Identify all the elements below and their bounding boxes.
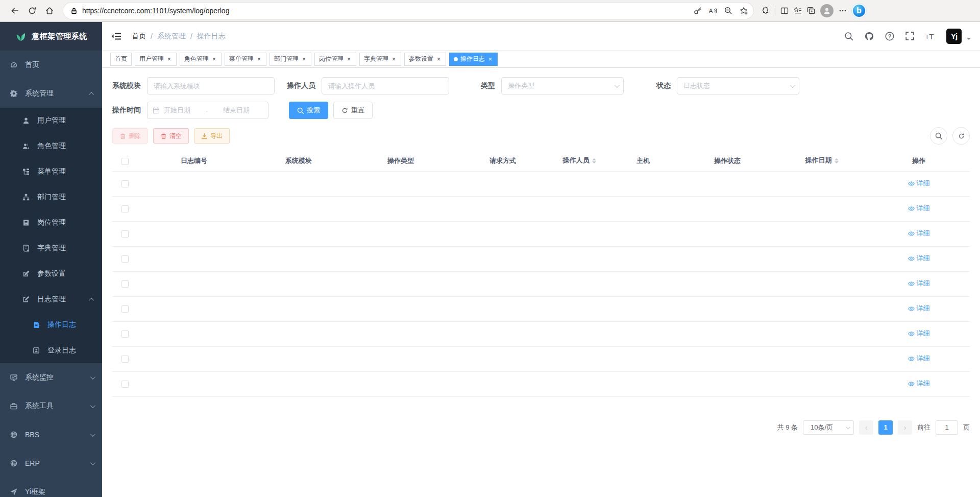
close-tab-icon[interactable]: ×: [436, 56, 442, 63]
back-button[interactable]: [6, 2, 23, 19]
close-tab-icon[interactable]: ×: [256, 56, 262, 63]
delete-button[interactable]: 删除: [112, 128, 148, 144]
sidebar-item-部门管理[interactable]: 部门管理: [0, 184, 102, 210]
site-security-lock-icon[interactable]: [70, 7, 78, 14]
address-bar[interactable]: https://ccnetcore.com:1101/system/log/op…: [63, 3, 753, 19]
bing-chat-icon[interactable]: b: [852, 4, 866, 18]
split-screen-icon[interactable]: [780, 7, 789, 15]
sidebar-item-Yi框架[interactable]: Yi框架: [0, 478, 102, 497]
sidebar-item-日志管理[interactable]: 日志管理: [0, 287, 102, 312]
tab-用户管理[interactable]: 用户管理 ×: [135, 53, 177, 66]
favorite-add-icon[interactable]: [736, 3, 751, 18]
row-checkbox[interactable]: [121, 356, 129, 363]
read-aloud-icon[interactable]: A: [705, 3, 721, 18]
sidebar-item-角色管理[interactable]: 角色管理: [0, 133, 102, 159]
fullscreen-icon[interactable]: [905, 32, 914, 40]
sidebar-item-首页[interactable]: 首页: [0, 51, 102, 79]
sort-icon[interactable]: [592, 156, 596, 165]
sidebar-item-参数设置[interactable]: 参数设置: [0, 261, 102, 287]
zoom-out-icon[interactable]: [721, 3, 736, 18]
tab-字典管理[interactable]: 字典管理 ×: [359, 53, 401, 66]
sidebar-item-登录日志[interactable]: 登录日志: [0, 338, 102, 363]
tab-部门管理[interactable]: 部门管理 ×: [270, 53, 311, 66]
detail-link[interactable]: 详细: [908, 329, 930, 338]
row-checkbox[interactable]: [121, 255, 129, 263]
row-checkbox[interactable]: [121, 305, 129, 313]
row-checkbox[interactable]: [121, 330, 129, 338]
collections-icon[interactable]: [807, 7, 815, 15]
close-tab-icon[interactable]: ×: [211, 56, 217, 63]
home-button[interactable]: [41, 2, 58, 19]
github-icon[interactable]: [865, 32, 874, 41]
show-search-button[interactable]: [930, 127, 947, 145]
profile-icon[interactable]: [820, 4, 834, 17]
detail-link[interactable]: 详细: [908, 204, 930, 213]
more-icon[interactable]: [839, 7, 847, 15]
sidebar-item-BBS[interactable]: BBS: [0, 420, 102, 449]
sidebar-item-系统监控[interactable]: 系统监控: [0, 363, 102, 392]
sidebar-item-ERP[interactable]: ERP: [0, 449, 102, 478]
app-logo[interactable]: 意框架管理系统: [0, 22, 102, 51]
sidebar-item-操作日志[interactable]: 操作日志: [0, 312, 102, 338]
reset-button[interactable]: 重置: [333, 102, 373, 119]
tab-角色管理[interactable]: 角色管理 ×: [180, 53, 222, 66]
close-tab-icon[interactable]: ×: [166, 56, 172, 63]
next-page-button[interactable]: ›: [898, 420, 912, 435]
key-icon[interactable]: [690, 3, 705, 18]
clear-button[interactable]: 清空: [153, 128, 189, 144]
close-tab-icon[interactable]: ×: [301, 56, 307, 63]
row-checkbox[interactable]: [121, 230, 129, 238]
sidebar-fold-icon[interactable]: [111, 31, 122, 42]
detail-link[interactable]: 详细: [908, 304, 930, 313]
row-checkbox[interactable]: [121, 280, 129, 288]
close-tab-icon[interactable]: ×: [487, 56, 493, 63]
tab-参数设置[interactable]: 参数设置 ×: [404, 53, 446, 66]
status-select[interactable]: 日志状态: [677, 77, 799, 94]
column-header-操作人员[interactable]: 操作人员: [551, 151, 607, 171]
favorites-bar-icon[interactable]: [794, 7, 802, 15]
tab-操作日志[interactable]: 操作日志 ×: [449, 53, 498, 66]
row-checkbox[interactable]: [121, 180, 129, 187]
sort-icon[interactable]: [835, 156, 839, 165]
date-range-picker[interactable]: 开始日期 - 结束日期: [147, 102, 268, 119]
user-avatar[interactable]: Yj: [946, 29, 962, 44]
detail-link[interactable]: 详细: [908, 179, 930, 188]
sidebar-item-菜单管理[interactable]: 菜单管理: [0, 159, 102, 184]
search-button[interactable]: 搜索: [289, 102, 328, 119]
goto-page-input[interactable]: [936, 420, 958, 435]
extensions-icon[interactable]: [762, 7, 770, 15]
refresh-button[interactable]: [23, 2, 41, 19]
close-tab-icon[interactable]: ×: [346, 56, 352, 63]
font-size-icon[interactable]: TT: [925, 31, 935, 41]
prev-page-button[interactable]: ‹: [859, 420, 873, 435]
detail-link[interactable]: 详细: [908, 254, 930, 263]
tab-菜单管理[interactable]: 菜单管理 ×: [225, 53, 266, 66]
detail-link[interactable]: 详细: [908, 379, 930, 388]
search-icon[interactable]: [844, 32, 853, 41]
export-button[interactable]: 导出: [194, 128, 230, 144]
tab-首页[interactable]: 首页: [110, 53, 132, 66]
detail-link[interactable]: 详细: [908, 229, 930, 238]
tab-岗位管理[interactable]: 岗位管理 ×: [314, 53, 356, 66]
sidebar-item-字典管理[interactable]: 字典管理: [0, 235, 102, 261]
sidebar-item-岗位管理[interactable]: 岗位管理: [0, 210, 102, 235]
sidebar-item-系统工具[interactable]: 系统工具: [0, 392, 102, 420]
detail-link[interactable]: 详细: [908, 279, 930, 288]
refresh-table-button[interactable]: [952, 127, 970, 145]
module-input[interactable]: [154, 82, 268, 90]
select-all-checkbox[interactable]: [121, 158, 129, 165]
help-icon[interactable]: ?: [885, 32, 894, 41]
table-row: 详细: [112, 296, 970, 321]
row-checkbox[interactable]: [121, 205, 129, 212]
close-tab-icon[interactable]: ×: [391, 56, 397, 63]
sidebar-item-用户管理[interactable]: 用户管理: [0, 108, 102, 133]
type-select[interactable]: 操作类型: [501, 77, 624, 94]
column-header-操作日期[interactable]: 操作日期: [776, 151, 868, 171]
operator-input[interactable]: [328, 82, 443, 90]
row-checkbox[interactable]: [121, 381, 129, 388]
detail-link[interactable]: 详细: [908, 354, 930, 363]
breadcrumb-item-首页[interactable]: 首页: [132, 32, 146, 41]
page-size-select[interactable]: 10条/页: [803, 420, 854, 435]
page-number-1[interactable]: 1: [878, 420, 893, 435]
sidebar-item-系统管理[interactable]: 系统管理: [0, 79, 102, 108]
